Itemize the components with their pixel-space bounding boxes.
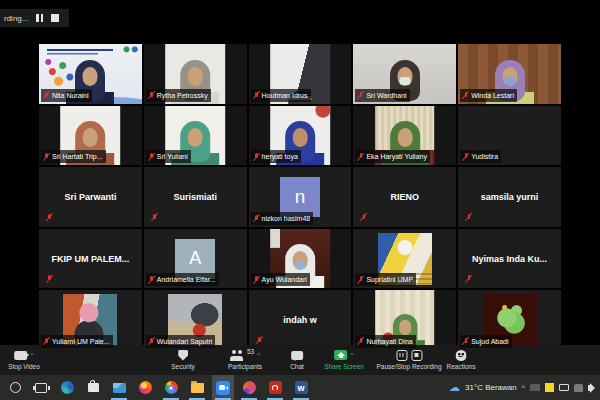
zoom-app-icon[interactable]: [212, 375, 234, 400]
muted-mic-icon: [465, 213, 472, 222]
security-label: Security: [171, 364, 194, 371]
tile-sujud-abadi[interactable]: Sujud Abadi: [458, 290, 561, 350]
chrome-icon[interactable]: [160, 375, 182, 400]
smiley-reactions-icon: [456, 350, 467, 361]
participant-nametag: Sri Yuliani: [146, 150, 191, 163]
zoom-meeting-window: rding... Nita Nuraini Rytha Petrossky Ho…: [0, 0, 600, 400]
participant-name: Houtman Idrus: [262, 92, 308, 99]
tile-sri-hartati[interactable]: Sri Hartati Trip...: [39, 106, 142, 166]
system-tray: ☁ 31°C Berawan ^: [449, 375, 597, 400]
participant-nametag: nizkon hasim48: [251, 212, 314, 225]
tile-nurhayati-dina[interactable]: Nurhayati Dina: [353, 290, 456, 350]
tile-eka-haryati[interactable]: Eka Haryati Yuliany: [353, 106, 456, 166]
participant-name: Nita Nuraini: [52, 92, 89, 99]
chevron-up-icon[interactable]: ^: [257, 352, 260, 358]
chat-bubble-icon: [291, 351, 303, 360]
tile-yudistira[interactable]: Yudistira: [458, 106, 561, 166]
tile-ayu-wulandari[interactable]: Ayu Wulandari: [249, 229, 352, 289]
muted-mic-icon: [462, 337, 469, 346]
microsoft-store-icon[interactable]: [82, 375, 104, 400]
pause-stop-recording-button[interactable]: Pause/Stop Recording: [376, 349, 441, 371]
tray-people-icon[interactable]: [574, 384, 583, 392]
chat-button[interactable]: Chat: [290, 349, 304, 371]
file-explorer-icon[interactable]: [186, 375, 208, 400]
tile-sri-parwanti[interactable]: Sri Parwanti: [39, 167, 142, 227]
participant-nametag: Wulandari Saputri: [146, 335, 216, 348]
tray-camera-icon[interactable]: [530, 384, 540, 391]
muted-mic-icon: [465, 274, 472, 283]
face-mask: [294, 261, 305, 269]
pause-stop-recording-label: Pause/Stop Recording: [376, 364, 441, 371]
tray-notes-icon[interactable]: [545, 383, 554, 392]
stop-recording-icon[interactable]: [411, 350, 422, 361]
participants-button[interactable]: 53^ Participants: [228, 349, 262, 371]
task-view-icon[interactable]: [30, 375, 52, 400]
tile-rytha-petrossky[interactable]: Rytha Petrossky: [144, 44, 247, 104]
pause-recording-icon[interactable]: [36, 14, 43, 22]
share-screen-button[interactable]: ^ Share Screen: [324, 349, 364, 371]
meeting-toolbar: ^ Stop Video Security 53^ Participants C…: [0, 345, 600, 375]
tile-nizkon-hasim48[interactable]: n nizkon hasim48: [249, 167, 352, 227]
tile-surismiati[interactable]: Surismiati: [144, 167, 247, 227]
acrobat-pdf-icon[interactable]: [264, 375, 286, 400]
participants-icon: [230, 350, 245, 361]
tile-houtman-idrus[interactable]: Houtman Idrus: [249, 44, 352, 104]
edge-icon[interactable]: [56, 375, 78, 400]
muted-mic-icon: [462, 91, 469, 100]
stop-video-button[interactable]: ^ Stop Video: [8, 349, 40, 371]
participant-nametag: Sujud Abadi: [460, 335, 511, 348]
participants-label: Participants: [228, 364, 262, 371]
tray-chevron-up-icon[interactable]: ^: [522, 384, 525, 391]
tray-display-icon[interactable]: [559, 384, 569, 391]
participant-nametag: Eka Haryati Yuliany: [355, 150, 430, 163]
participant-nametag: Supriatini UMP: [355, 273, 416, 286]
face-mask: [399, 77, 410, 85]
participant-nametag: Houtman Idrus: [251, 89, 311, 102]
participant-name: Yudistira: [471, 153, 498, 160]
participant-name: Sujud Abadi: [471, 338, 508, 345]
muted-mic-icon: [253, 214, 260, 223]
tile-winda-lestari[interactable]: Winda Lestari: [458, 44, 561, 104]
firefox-icon[interactable]: [134, 375, 156, 400]
stop-recording-icon[interactable]: [51, 14, 59, 22]
participants-count-badge: 53: [247, 349, 254, 356]
weather-cloud-icon: ☁: [449, 382, 460, 393]
tile-yuliarni-um-palembang[interactable]: Yuliarni UM Pale...: [39, 290, 142, 350]
office-icon[interactable]: [238, 375, 260, 400]
tile-heryati-toya[interactable]: heryati toya: [249, 106, 352, 166]
video-camera-icon: [15, 351, 28, 360]
muted-mic-icon: [151, 213, 158, 222]
muted-mic-icon: [43, 91, 50, 100]
participant-nametag: Winda Lestari: [460, 89, 517, 102]
tile-wulandari-saputri[interactable]: Wulandari Saputri: [144, 290, 247, 350]
reactions-button[interactable]: Reactions: [447, 349, 476, 371]
weather-text[interactable]: 31°C Berawan: [465, 383, 517, 392]
chevron-up-icon[interactable]: ^: [351, 352, 354, 358]
muted-mic-icon: [43, 152, 50, 161]
participant-nametag: Andriamella Elfar...: [146, 273, 219, 286]
tray-speaker-icon[interactable]: [588, 385, 591, 391]
tile-nita-nuraini[interactable]: Nita Nuraini: [39, 44, 142, 104]
tile-andriamella[interactable]: A Andriamella Elfar...: [144, 229, 247, 289]
security-button[interactable]: Security: [171, 349, 194, 371]
tile-fkip-um-palembang[interactable]: FKIP UM PALEM...: [39, 229, 142, 289]
participant-name: Nurhayati Dina: [366, 338, 412, 345]
tile-rieno[interactable]: RIENO: [353, 167, 456, 227]
participant-name: Rytha Petrossky: [157, 92, 208, 99]
tile-sri-yuliani[interactable]: Sri Yuliani: [144, 106, 247, 166]
share-screen-label: Share Screen: [324, 364, 364, 371]
tile-indah-w[interactable]: indah w: [249, 290, 352, 350]
word-icon[interactable]: w: [290, 375, 312, 400]
muted-mic-icon: [148, 152, 155, 161]
participant-name: Sri Hartati Trip...: [52, 153, 103, 160]
tile-nyimas-inda[interactable]: Nyimas Inda Ku...: [458, 229, 561, 289]
tile-supriatini-ump[interactable]: Supriatini UMP: [353, 229, 456, 289]
muted-mic-icon: [46, 274, 53, 283]
cortana-icon[interactable]: [4, 375, 26, 400]
tile-sri-wardhani[interactable]: Sri Wardhani: [353, 44, 456, 104]
tile-samsila-yurni[interactable]: samsila yurni: [458, 167, 561, 227]
mail-icon[interactable]: [108, 375, 130, 400]
participant-name: Sri Yuliani: [157, 153, 188, 160]
pause-recording-icon[interactable]: [396, 350, 407, 361]
participant-name: FKIP UM PALEM...: [39, 229, 142, 289]
